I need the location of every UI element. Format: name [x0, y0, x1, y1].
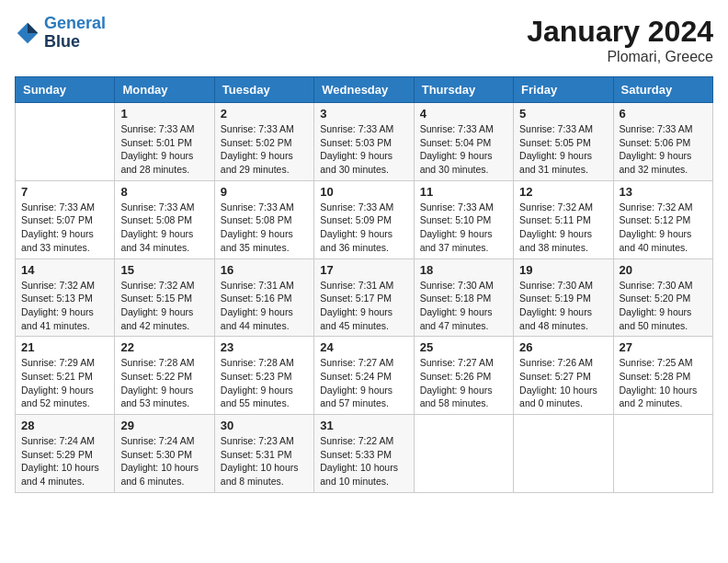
header-wednesday: Wednesday: [314, 77, 414, 103]
day-number-18: 18: [420, 263, 507, 277]
day-number-4: 4: [420, 107, 507, 121]
header-tuesday: Tuesday: [214, 77, 313, 103]
day-info-2: Sunrise: 7:33 AMSunset: 5:02 PMDaylight:…: [221, 122, 308, 177]
title-block: January 2024 Plomari, Greece: [527, 15, 713, 65]
day-number-14: 14: [21, 263, 108, 277]
day-number-9: 9: [221, 185, 308, 199]
header-row: SundayMondayTuesdayWednesdayThursdayFrid…: [16, 77, 713, 103]
cell-w1-d5: 4Sunrise: 7:33 AMSunset: 5:04 PMDaylight…: [414, 103, 513, 181]
cell-w4-d2: 22Sunrise: 7:28 AMSunset: 5:22 PMDayligh…: [115, 337, 214, 415]
day-info-7: Sunrise: 7:33 AMSunset: 5:07 PMDaylight:…: [21, 201, 108, 255]
day-number-26: 26: [519, 340, 607, 354]
day-info-22: Sunrise: 7:28 AMSunset: 5:22 PMDaylight:…: [120, 356, 208, 410]
cell-w2-d2: 8Sunrise: 7:33 AMSunset: 5:08 PMDaylight…: [115, 180, 214, 259]
day-number-3: 3: [320, 107, 407, 121]
cell-w3-d3: 16Sunrise: 7:31 AMSunset: 5:16 PMDayligh…: [214, 259, 313, 337]
location: Plomari, Greece: [527, 49, 713, 65]
day-info-26: Sunrise: 7:26 AMSunset: 5:27 PMDaylight:…: [519, 356, 607, 410]
logo: General Blue: [15, 15, 106, 52]
week-row-2: 7Sunrise: 7:33 AMSunset: 5:07 PMDaylight…: [16, 180, 713, 259]
day-number-10: 10: [320, 185, 407, 199]
calendar-table: SundayMondayTuesdayWednesdayThursdayFrid…: [15, 76, 713, 493]
day-info-15: Sunrise: 7:32 AMSunset: 5:15 PMDaylight:…: [120, 279, 208, 333]
day-number-17: 17: [320, 263, 407, 277]
header-thursday: Thursday: [414, 77, 513, 103]
logo-text: General Blue: [44, 15, 106, 52]
cell-w3-d5: 18Sunrise: 7:30 AMSunset: 5:18 PMDayligh…: [414, 259, 513, 337]
cell-w2-d1: 7Sunrise: 7:33 AMSunset: 5:07 PMDaylight…: [16, 180, 115, 259]
day-number-11: 11: [420, 185, 507, 199]
cell-w1-d6: 5Sunrise: 7:33 AMSunset: 5:05 PMDaylight…: [514, 103, 613, 181]
cell-w2-d3: 9Sunrise: 7:33 AMSunset: 5:08 PMDaylight…: [214, 180, 313, 259]
day-number-21: 21: [21, 340, 108, 354]
day-info-24: Sunrise: 7:27 AMSunset: 5:24 PMDaylight:…: [320, 356, 407, 410]
week-row-4: 21Sunrise: 7:29 AMSunset: 5:21 PMDayligh…: [16, 337, 713, 415]
cell-w2-d6: 12Sunrise: 7:32 AMSunset: 5:11 PMDayligh…: [514, 180, 613, 259]
day-info-1: Sunrise: 7:33 AMSunset: 5:01 PMDaylight:…: [120, 122, 208, 177]
day-info-28: Sunrise: 7:24 AMSunset: 5:29 PMDaylight:…: [21, 434, 108, 488]
cell-w1-d3: 2Sunrise: 7:33 AMSunset: 5:02 PMDaylight…: [214, 103, 313, 181]
day-info-31: Sunrise: 7:22 AMSunset: 5:33 PMDaylight:…: [320, 434, 407, 488]
day-info-5: Sunrise: 7:33 AMSunset: 5:05 PMDaylight:…: [519, 122, 607, 177]
day-info-12: Sunrise: 7:32 AMSunset: 5:11 PMDaylight:…: [519, 201, 607, 255]
cell-w3-d1: 14Sunrise: 7:32 AMSunset: 5:13 PMDayligh…: [16, 259, 115, 337]
day-info-23: Sunrise: 7:28 AMSunset: 5:23 PMDaylight:…: [221, 356, 308, 410]
day-info-18: Sunrise: 7:30 AMSunset: 5:18 PMDaylight:…: [420, 279, 507, 333]
day-number-2: 2: [221, 107, 308, 121]
cell-w4-d1: 21Sunrise: 7:29 AMSunset: 5:21 PMDayligh…: [16, 337, 115, 415]
day-info-19: Sunrise: 7:30 AMSunset: 5:19 PMDaylight:…: [519, 279, 607, 333]
day-number-29: 29: [120, 419, 208, 432]
day-info-21: Sunrise: 7:29 AMSunset: 5:21 PMDaylight:…: [21, 356, 108, 410]
cell-w5-d5: [414, 415, 513, 493]
day-number-8: 8: [120, 185, 208, 199]
cell-w5-d6: [514, 415, 613, 493]
day-info-16: Sunrise: 7:31 AMSunset: 5:16 PMDaylight:…: [221, 279, 308, 333]
cell-w5-d1: 28Sunrise: 7:24 AMSunset: 5:29 PMDayligh…: [16, 415, 115, 493]
week-row-5: 28Sunrise: 7:24 AMSunset: 5:29 PMDayligh…: [16, 415, 713, 493]
day-number-15: 15: [120, 263, 208, 277]
cell-w4-d7: 27Sunrise: 7:25 AMSunset: 5:28 PMDayligh…: [613, 337, 712, 415]
day-info-20: Sunrise: 7:30 AMSunset: 5:20 PMDaylight:…: [620, 279, 707, 333]
day-number-6: 6: [620, 107, 707, 121]
logo-icon: [15, 20, 40, 46]
cell-w3-d6: 19Sunrise: 7:30 AMSunset: 5:19 PMDayligh…: [514, 259, 613, 337]
cell-w3-d4: 17Sunrise: 7:31 AMSunset: 5:17 PMDayligh…: [314, 259, 414, 337]
day-number-7: 7: [21, 185, 108, 199]
cell-w2-d4: 10Sunrise: 7:33 AMSunset: 5:09 PMDayligh…: [314, 180, 414, 259]
cell-w3-d2: 15Sunrise: 7:32 AMSunset: 5:15 PMDayligh…: [115, 259, 214, 337]
day-number-20: 20: [620, 263, 707, 277]
day-info-10: Sunrise: 7:33 AMSunset: 5:09 PMDaylight:…: [320, 201, 407, 255]
cell-w4-d4: 24Sunrise: 7:27 AMSunset: 5:24 PMDayligh…: [314, 337, 414, 415]
day-number-25: 25: [420, 340, 507, 354]
day-number-19: 19: [519, 263, 607, 277]
day-number-31: 31: [320, 419, 407, 432]
day-info-27: Sunrise: 7:25 AMSunset: 5:28 PMDaylight:…: [620, 356, 707, 410]
day-info-6: Sunrise: 7:33 AMSunset: 5:06 PMDaylight:…: [620, 122, 707, 177]
day-info-14: Sunrise: 7:32 AMSunset: 5:13 PMDaylight:…: [21, 279, 108, 333]
day-number-16: 16: [221, 263, 308, 277]
cell-w4-d6: 26Sunrise: 7:26 AMSunset: 5:27 PMDayligh…: [514, 337, 613, 415]
day-number-12: 12: [519, 185, 607, 199]
cell-w5-d4: 31Sunrise: 7:22 AMSunset: 5:33 PMDayligh…: [314, 415, 414, 493]
header-monday: Monday: [115, 77, 214, 103]
cell-w2-d7: 13Sunrise: 7:32 AMSunset: 5:12 PMDayligh…: [613, 180, 712, 259]
cell-w1-d4: 3Sunrise: 7:33 AMSunset: 5:03 PMDaylight…: [314, 103, 414, 181]
day-info-29: Sunrise: 7:24 AMSunset: 5:30 PMDaylight:…: [120, 434, 208, 488]
cell-w3-d7: 20Sunrise: 7:30 AMSunset: 5:20 PMDayligh…: [613, 259, 712, 337]
month-title: January 2024: [527, 15, 713, 49]
cell-w1-d1: [16, 103, 115, 181]
cell-w1-d7: 6Sunrise: 7:33 AMSunset: 5:06 PMDaylight…: [613, 103, 712, 181]
cell-w4-d5: 25Sunrise: 7:27 AMSunset: 5:26 PMDayligh…: [414, 337, 513, 415]
header-saturday: Saturday: [613, 77, 712, 103]
day-info-25: Sunrise: 7:27 AMSunset: 5:26 PMDaylight:…: [420, 356, 507, 410]
week-row-1: 1Sunrise: 7:33 AMSunset: 5:01 PMDaylight…: [16, 103, 713, 181]
day-number-22: 22: [120, 340, 208, 354]
header-sunday: Sunday: [16, 77, 115, 103]
cell-w5-d3: 30Sunrise: 7:23 AMSunset: 5:31 PMDayligh…: [214, 415, 313, 493]
day-number-27: 27: [620, 340, 707, 354]
day-info-3: Sunrise: 7:33 AMSunset: 5:03 PMDaylight:…: [320, 122, 407, 177]
day-info-13: Sunrise: 7:32 AMSunset: 5:12 PMDaylight:…: [620, 201, 707, 255]
cell-w1-d2: 1Sunrise: 7:33 AMSunset: 5:01 PMDaylight…: [115, 103, 214, 181]
day-info-9: Sunrise: 7:33 AMSunset: 5:08 PMDaylight:…: [221, 201, 308, 255]
day-info-17: Sunrise: 7:31 AMSunset: 5:17 PMDaylight:…: [320, 279, 407, 333]
